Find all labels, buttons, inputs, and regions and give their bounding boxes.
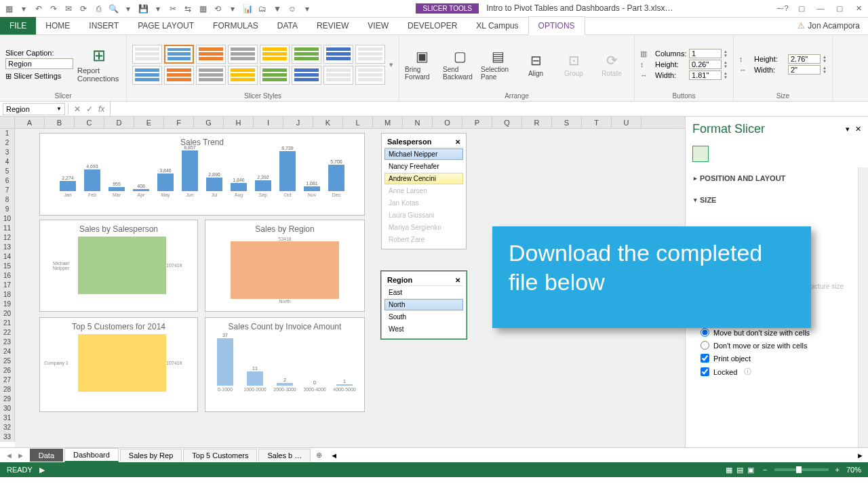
row-header[interactable]: 17: [0, 281, 15, 290]
col-header[interactable]: Q: [492, 117, 522, 128]
info-icon[interactable]: ⓘ: [744, 367, 751, 377]
qat-icon[interactable]: ⇆: [182, 3, 194, 15]
tab-nav-next[interactable]: ►: [17, 451, 24, 460]
row-header[interactable]: 5: [0, 167, 15, 176]
slicer-item[interactable]: Mariya Sergienko: [384, 222, 463, 233]
move-nosize-radio[interactable]: [701, 328, 709, 337]
btn-height-input[interactable]: [689, 60, 722, 69]
slicer-item[interactable]: Jan Kotas: [384, 197, 463, 209]
chart-top-5-customers[interactable]: Top 5 Customers for 2014 Company 1 10741…: [39, 317, 198, 412]
col-header[interactable]: H: [224, 117, 254, 128]
col-header[interactable]: D: [104, 117, 134, 128]
tab-view[interactable]: VIEW: [358, 17, 398, 35]
slicer-settings-button[interactable]: ⊞Slicer Settings: [5, 72, 73, 81]
qat-icon[interactable]: 💾: [137, 3, 149, 15]
send-backward-button[interactable]: ▢Send Backward: [443, 48, 477, 81]
pane-menu-icon[interactable]: ▾: [846, 125, 850, 133]
size-properties-icon[interactable]: [692, 146, 709, 162]
slicer-caption-input[interactable]: [5, 58, 73, 69]
spinner[interactable]: ▲▼: [724, 49, 728, 58]
col-header[interactable]: E: [134, 117, 164, 128]
tab-developer[interactable]: DEVELOPER: [398, 17, 467, 35]
row-header[interactable]: 29: [0, 394, 15, 404]
sheet-tab-sales-b[interactable]: Sales b …: [258, 449, 311, 462]
row-header[interactable]: 13: [0, 243, 15, 252]
report-connections-button[interactable]: ⊞ Report Connections: [77, 46, 121, 83]
col-header[interactable]: S: [552, 117, 582, 128]
selection-pane-button[interactable]: ▤Selection Pane: [481, 48, 515, 81]
row-header[interactable]: 23: [0, 338, 15, 347]
qat-icon[interactable]: ✂: [167, 3, 179, 15]
row-header[interactable]: 32: [0, 423, 15, 432]
slicer-styles-gallery[interactable]: [132, 45, 385, 85]
row-header[interactable]: 31: [0, 413, 15, 423]
gallery-more-icon[interactable]: ▾: [389, 60, 393, 69]
qat-icon[interactable]: ▾: [122, 3, 134, 15]
row-header[interactable]: 33: [0, 432, 15, 442]
sheet-tab-sales-by-rep[interactable]: Sales by Rep: [120, 449, 182, 462]
help-icon[interactable]: ⁓?: [776, 4, 789, 13]
slicer-item[interactable]: Michael Neipper: [384, 148, 463, 160]
row-header[interactable]: 9: [0, 205, 15, 214]
clear-filter-icon[interactable]: ✕: [455, 138, 460, 146]
tab-xl-campus[interactable]: XL Campus: [467, 17, 528, 35]
slicer-item[interactable]: East: [384, 287, 463, 298]
row-header[interactable]: 15: [0, 262, 15, 271]
qat-more-icon[interactable]: ▾: [301, 3, 313, 15]
tab-review[interactable]: REVIEW: [307, 17, 358, 35]
qat-icon[interactable]: 🗂: [256, 3, 269, 15]
zoom-out-icon[interactable]: −: [763, 466, 767, 474]
spinner[interactable]: ▲▼: [724, 60, 728, 68]
qat-icon[interactable]: ▾: [152, 3, 164, 15]
tab-nav-prev[interactable]: ◄: [5, 451, 13, 460]
col-header[interactable]: L: [343, 117, 373, 128]
slicer-region[interactable]: Region✕ EastNorthSouthWest: [381, 271, 467, 339]
chart-sales-by-salesperson[interactable]: Sales by Salesperson Michael Neipper 107…: [39, 220, 198, 312]
chart-sales-trend[interactable]: Sales Trend 2,274Jan4,693Feb955Mar408Apr…: [39, 133, 365, 216]
slicer-item[interactable]: Andrew Cencini: [384, 173, 463, 184]
user-label[interactable]: ⚠Jon Acampora: [789, 17, 868, 35]
tab-insert[interactable]: INSERT: [79, 17, 128, 35]
col-header[interactable]: K: [313, 117, 343, 128]
col-header[interactable]: A: [15, 117, 45, 128]
chart-sales-by-region[interactable]: Sales by Region 53418 North: [205, 220, 365, 312]
section-size[interactable]: SIZE: [694, 193, 850, 207]
nomove-nosize-radio[interactable]: [701, 341, 709, 350]
row-header[interactable]: 3: [0, 148, 15, 157]
row-header[interactable]: 20: [0, 309, 15, 319]
add-sheet-icon[interactable]: ⊕: [316, 451, 322, 460]
name-box[interactable]: Region▼: [3, 103, 65, 115]
print-object-check[interactable]: [701, 354, 709, 363]
qat-icon[interactable]: ▦: [197, 3, 209, 15]
btn-width-input[interactable]: [689, 70, 722, 80]
qat-icon[interactable]: ⎙: [92, 3, 104, 15]
row-header[interactable]: 4: [0, 157, 15, 167]
col-header[interactable]: B: [45, 117, 75, 128]
slicer-item[interactable]: North: [384, 299, 463, 310]
sheet-tab-dashboard[interactable]: Dashboard: [64, 448, 119, 462]
ribbon-collapse-icon[interactable]: ▢: [795, 4, 808, 13]
qat-icon[interactable]: 📊: [241, 3, 254, 15]
minimize-icon[interactable]: —: [814, 4, 827, 13]
qat-icon[interactable]: ▾: [18, 3, 30, 15]
tab-home[interactable]: HOME: [36, 17, 79, 35]
zoom-in-icon[interactable]: +: [835, 466, 840, 474]
col-header[interactable]: R: [522, 117, 552, 128]
close-pane-icon[interactable]: ✕: [855, 125, 861, 133]
slicer-item[interactable]: Nancy Freehafer: [384, 161, 463, 172]
zoom-slider[interactable]: [774, 468, 829, 471]
tab-page-layout[interactable]: PAGE LAYOUT: [128, 17, 203, 35]
row-header[interactable]: 18: [0, 290, 15, 300]
size-width-input[interactable]: [788, 65, 821, 75]
maximize-icon[interactable]: ▢: [833, 4, 846, 13]
spinner[interactable]: ▲▼: [823, 66, 827, 74]
row-header[interactable]: 19: [0, 300, 15, 309]
row-header[interactable]: 11: [0, 224, 15, 233]
row-header[interactable]: 26: [0, 366, 15, 375]
qat-icon[interactable]: ✉: [62, 3, 75, 15]
slicer-item[interactable]: Anne Larsen: [384, 185, 463, 197]
row-header[interactable]: 2: [0, 138, 15, 148]
size-height-input[interactable]: [788, 54, 821, 64]
row-header[interactable]: 24: [0, 347, 15, 357]
sheet-tab-top-5[interactable]: Top 5 Customers: [183, 449, 257, 462]
